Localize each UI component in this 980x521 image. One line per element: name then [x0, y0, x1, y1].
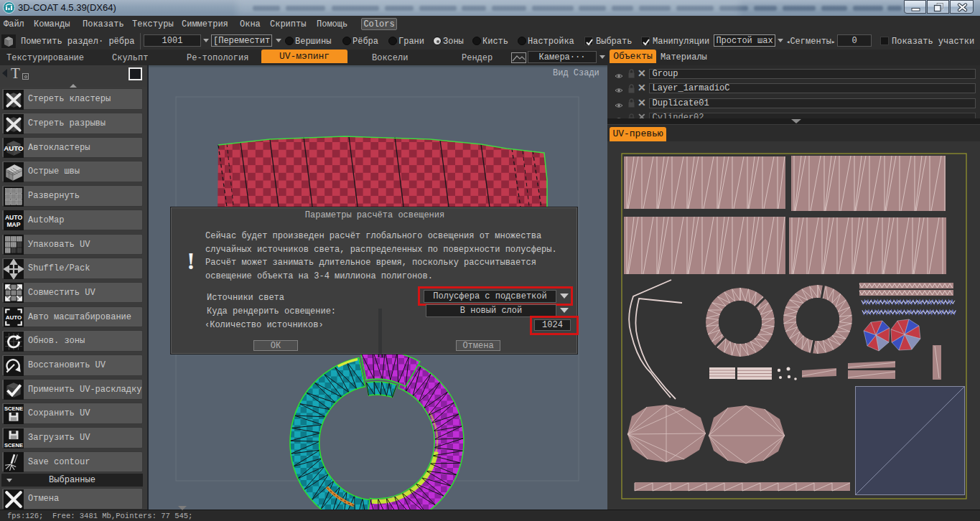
- svg-text:AUTO: AUTO: [6, 314, 22, 321]
- svg-text:AUTO: AUTO: [4, 144, 24, 152]
- svg-text:SCENE: SCENE: [4, 441, 23, 448]
- svg-text:AUTO: AUTO: [5, 214, 23, 221]
- svg-text:SCENE: SCENE: [4, 405, 23, 412]
- svg-text:MAP: MAP: [6, 221, 20, 228]
